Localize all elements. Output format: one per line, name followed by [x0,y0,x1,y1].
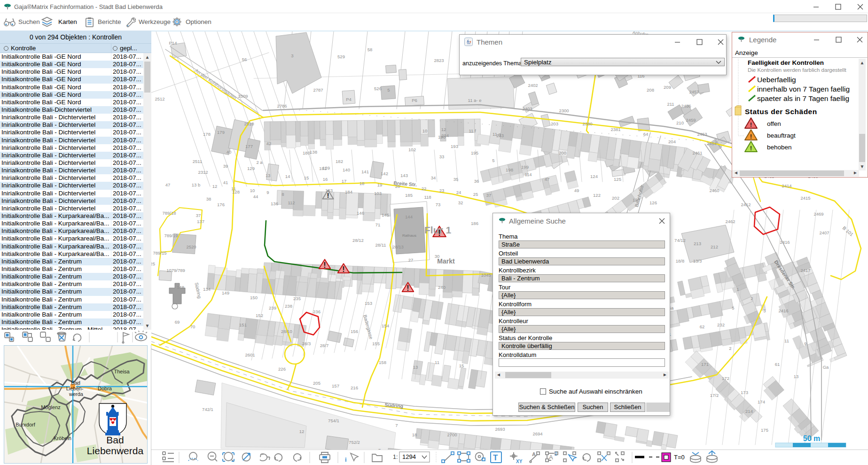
svg-text:137: 137 [197,219,204,224]
svg-text:238: 238 [285,303,292,309]
svg-text:3: 3 [763,308,766,313]
svg-text:42: 42 [266,141,272,146]
svg-text:18: 18 [412,432,417,437]
svg-text:Liebenwerda: Liebenwerda [87,445,144,456]
svg-text:24: 24 [456,190,461,195]
svg-text:175: 175 [761,427,768,433]
svg-text:15: 15 [459,363,464,368]
svg-text:40: 40 [227,149,232,155]
svg-text:37: 37 [486,193,492,198]
svg-text:193: 193 [451,144,458,149]
svg-text:235: 235 [293,296,301,301]
svg-text:!: ! [407,284,409,292]
svg-text:144: 144 [405,214,413,219]
svg-text:129: 129 [247,166,255,171]
svg-text:38: 38 [206,196,211,202]
svg-text:2693: 2693 [495,426,505,432]
svg-text:125: 125 [614,177,621,182]
svg-text:12: 12 [212,184,218,189]
svg-text:Ueberfaellig: Ueberfaellig [757,76,796,84]
svg-text:!: ! [323,261,326,269]
svg-text:140: 140 [343,167,350,172]
svg-text:11: 11 [435,360,439,365]
svg-text:2416: 2416 [780,240,790,245]
svg-text:73: 73 [436,202,441,207]
svg-text:1: 1 [736,287,739,292]
svg-text:146: 146 [357,210,364,216]
svg-text:212: 212 [711,244,718,249]
svg-text:143: 143 [400,173,408,178]
svg-text:18: 18 [360,181,365,186]
svg-text:2462: 2462 [725,219,735,224]
svg-text:49: 49 [574,188,579,193]
svg-text:153: 153 [365,301,372,306]
svg-text:11 a- e: 11 a- e [468,98,482,103]
svg-text:werda: werda [69,391,84,397]
svg-text:5: 5 [732,305,734,310]
svg-text:529: 529 [337,54,345,59]
svg-text:2414: 2414 [782,183,791,188]
svg-text:39: 39 [223,163,228,169]
svg-text:186: 186 [471,221,478,226]
svg-text:19: 19 [377,182,383,187]
svg-text:Die Kontrollen werden farblich: Die Kontrollen werden farblich dargestel… [748,67,846,73]
svg-text:P4: P4 [346,97,352,102]
svg-text:1079/789: 1079/789 [166,268,185,273]
svg-text:2786: 2786 [277,103,287,108]
svg-text:185: 185 [405,193,413,198]
svg-text:2464: 2464 [706,141,716,146]
svg-text:2463: 2463 [697,132,707,137]
svg-text:50 m: 50 m [803,434,820,442]
svg-text:Status der Schäden: Status der Schäden [745,108,817,116]
svg-text:18/8: 18/8 [676,258,685,264]
svg-text:2: 2 [555,451,557,457]
svg-text:44: 44 [253,194,258,199]
svg-text:233: 233 [496,133,504,138]
svg-text:!: ! [342,265,344,273]
svg-text:2461: 2461 [692,150,702,155]
svg-text:114: 114 [524,172,532,177]
svg-text:70: 70 [190,324,195,329]
svg-text:2 a: 2 a [256,160,263,165]
svg-text:2456: 2456 [681,103,691,108]
svg-text:155: 155 [372,341,380,346]
svg-text:!: ! [750,133,752,140]
svg-text:2694: 2694 [532,431,542,436]
svg-text:11 f: 11 f [469,128,476,133]
svg-text:28/11: 28/11 [375,242,386,248]
svg-text:17/2: 17/2 [710,393,719,398]
svg-text:789/18: 789/18 [162,210,176,216]
svg-text:Flur 1: Flur 1 [424,225,451,235]
svg-text:Kröbeln: Kröbeln [54,435,71,441]
svg-text:2416: 2416 [778,308,788,313]
svg-text:139: 139 [322,165,330,170]
svg-text:154: 154 [382,323,389,328]
svg-text:152: 152 [256,313,263,318]
svg-text:64: 64 [643,132,649,137]
svg-text:behoben: behoben [767,144,792,151]
svg-text:122: 122 [593,193,601,198]
svg-text:725: 725 [151,261,155,266]
svg-text:174: 174 [758,399,765,404]
svg-text:2823: 2823 [434,58,444,63]
svg-text:198: 198 [506,167,513,172]
svg-text:Dobra: Dobra [98,386,112,391]
svg-text:789/19: 789/19 [164,233,178,238]
svg-text:141: 141 [361,169,369,174]
svg-text:12: 12 [441,127,446,132]
svg-text:5: 5 [492,158,494,163]
svg-text:209: 209 [664,85,671,90]
svg-text:XY: XY [516,459,523,464]
svg-text:173: 173 [741,390,748,395]
svg-text:28/3: 28/3 [302,341,311,346]
svg-text:61: 61 [775,362,780,367]
svg-text:28/7: 28/7 [320,343,329,348]
svg-text:Bad: Bad [106,434,124,445]
svg-text:A: A [549,454,553,461]
svg-text:62: 62 [700,324,705,329]
svg-text:13/3: 13/3 [693,258,702,264]
svg-text:148: 148 [177,285,184,290]
svg-text:226: 226 [278,366,286,372]
svg-text:74/12: 74/12 [674,238,686,243]
svg-text:2403: 2403 [522,106,532,111]
